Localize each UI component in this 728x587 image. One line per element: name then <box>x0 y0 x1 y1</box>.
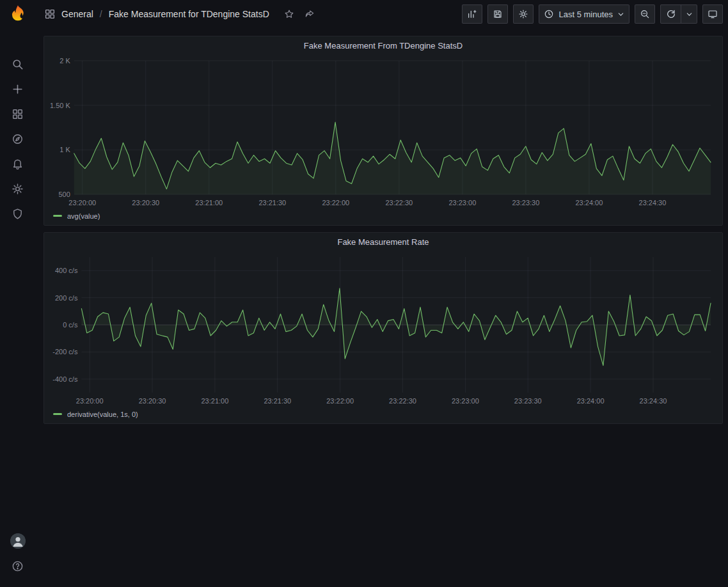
dashboard-title: Fake Measurement for TDengine StatsD <box>109 9 269 19</box>
search-icon <box>12 58 24 70</box>
sidebar-nav <box>8 56 28 222</box>
zoom-out-time-button[interactable] <box>635 4 655 24</box>
panel-fake-measurement-rate: Fake Measurement Rate -400 c/s-200 c/s0 … <box>44 232 723 424</box>
x-axis-tick-label: 23:23:00 <box>452 397 479 405</box>
y-axis-tick-label: 200 c/s <box>55 294 78 302</box>
apps-grid-icon <box>44 8 56 20</box>
panel-title: Fake Measurement Rate <box>337 237 429 247</box>
x-axis-tick-label: 23:21:00 <box>195 199 223 207</box>
x-axis-tick-label: 23:24:00 <box>576 199 603 207</box>
panel-plot-area: 5001 K1.50 K2 K23:20:0023:20:3023:21:002… <box>44 54 722 210</box>
x-axis-tick-label: 23:24:00 <box>577 397 605 405</box>
x-axis-tick-label: 23:20:30 <box>132 199 159 207</box>
sidebar-item-server-admin[interactable] <box>8 206 28 222</box>
panel-header[interactable]: Fake Measurement From TDengine StatsD <box>44 36 722 54</box>
plus-icon <box>12 83 24 95</box>
breadcrumb: General / Fake Measurement for TDengine … <box>44 6 317 22</box>
kiosk-mode-button[interactable] <box>702 4 723 24</box>
chevron-down-icon <box>686 11 693 18</box>
clock-icon <box>544 9 554 19</box>
sidebar-item-create[interactable] <box>8 81 28 97</box>
grafana-app: General / Fake Measurement for TDengine … <box>0 0 728 587</box>
y-axis-tick-label: 500 <box>58 191 70 198</box>
save-icon <box>493 9 503 19</box>
sidebar-item-configuration[interactable] <box>8 181 28 197</box>
x-axis-tick-label: 23:22:30 <box>385 199 413 207</box>
x-axis-tick-label: 23:23:00 <box>448 199 476 207</box>
series-color-swatch <box>53 413 62 415</box>
add-panel-icon <box>467 9 477 19</box>
breadcrumb-folder[interactable]: General <box>61 9 93 19</box>
x-axis-tick-label: 23:20:00 <box>76 397 104 405</box>
refresh-interval-dropdown[interactable] <box>681 4 697 24</box>
y-axis-tick-label: 2 K <box>59 57 70 65</box>
share-icon <box>305 9 315 19</box>
settings-gear-icon <box>518 9 528 19</box>
x-axis-tick-label: 23:24:30 <box>640 397 667 405</box>
configuration-gear-icon <box>12 183 24 195</box>
panel-legend: derivative(value, 1s, 0) <box>44 408 722 423</box>
breadcrumb-separator: / <box>99 9 103 19</box>
topbar: General / Fake Measurement for TDengine … <box>35 0 728 28</box>
x-axis-tick-label: 23:22:00 <box>322 199 349 207</box>
topbar-actions: Last 5 minutes <box>462 4 723 24</box>
series-area-fill <box>74 122 711 194</box>
save-dashboard-button[interactable] <box>487 4 508 24</box>
add-panel-button[interactable] <box>462 4 482 24</box>
y-axis-tick-label: 400 c/s <box>55 267 78 274</box>
y-axis-tick-label: 1.50 K <box>50 102 70 109</box>
y-axis-tick-label: -400 c/s <box>52 375 78 383</box>
sidebar-item-help[interactable] <box>8 558 28 574</box>
sidebar-item-explore[interactable] <box>8 131 28 147</box>
title-actions <box>281 6 317 22</box>
x-axis-tick-label: 23:22:00 <box>326 397 354 405</box>
x-axis-tick-label: 23:21:30 <box>258 199 286 207</box>
dashboards-grid-icon <box>12 108 24 120</box>
time-range-label: Last 5 minutes <box>558 10 613 19</box>
sidebar-item-alerting[interactable] <box>8 156 28 172</box>
legend-series-label[interactable]: derivative(value, 1s, 0) <box>67 411 138 418</box>
dashboard-settings-button[interactable] <box>513 4 534 24</box>
star-icon <box>284 9 294 19</box>
series-color-swatch <box>53 215 62 217</box>
alerting-bell-icon <box>12 158 24 170</box>
tv-kiosk-icon <box>708 9 718 19</box>
grafana-flame-icon <box>8 4 28 24</box>
user-avatar[interactable] <box>10 533 26 549</box>
chevron-down-icon <box>617 11 624 18</box>
panel-header[interactable]: Fake Measurement Rate <box>44 233 722 251</box>
y-axis-tick-label: 0 c/s <box>63 321 78 329</box>
main-area: General / Fake Measurement for TDengine … <box>35 0 728 587</box>
sidebar-item-dashboards[interactable] <box>8 106 28 122</box>
time-range-picker[interactable]: Last 5 minutes <box>539 4 629 24</box>
x-axis-tick-label: 23:21:00 <box>202 397 229 405</box>
avatar-person-icon <box>10 533 26 549</box>
timeseries-chart-derivative[interactable]: -400 c/s-200 c/s0 c/s200 c/s400 c/s23:20… <box>48 251 718 408</box>
x-axis-tick-label: 23:20:30 <box>139 397 166 405</box>
y-axis-tick-label: 1 K <box>59 146 70 153</box>
panel-title: Fake Measurement From TDengine StatsD <box>304 41 463 51</box>
sidebar <box>0 0 35 587</box>
refresh-dashboard-button[interactable] <box>660 4 681 24</box>
zoom-out-icon <box>640 9 650 19</box>
star-dashboard-button[interactable] <box>281 6 297 22</box>
x-axis-tick-label: 23:20:00 <box>68 199 96 207</box>
legend-series-label[interactable]: avg(value) <box>67 212 100 220</box>
refresh-icon <box>666 9 676 19</box>
help-question-icon <box>12 560 24 572</box>
x-axis-tick-label: 23:21:30 <box>264 397 291 405</box>
x-axis-tick-label: 23:23:30 <box>514 397 542 405</box>
dashboard-content: Fake Measurement From TDengine StatsD 50… <box>35 28 728 587</box>
admin-shield-icon <box>12 208 24 220</box>
panel-fake-measurement: Fake Measurement From TDengine StatsD 50… <box>44 36 723 226</box>
timeseries-chart-avg-value[interactable]: 5001 K1.50 K2 K23:20:0023:20:3023:21:002… <box>48 54 718 210</box>
x-axis-tick-label: 23:23:30 <box>512 199 539 207</box>
sidebar-item-search[interactable] <box>8 56 28 72</box>
series-line <box>81 288 711 366</box>
sidebar-bottom <box>8 533 28 574</box>
refresh-button-group <box>660 4 697 24</box>
panel-legend: avg(value) <box>44 210 722 225</box>
x-axis-tick-label: 23:22:30 <box>389 397 416 405</box>
grafana-logo[interactable] <box>8 4 28 24</box>
share-dashboard-button[interactable] <box>302 6 317 22</box>
